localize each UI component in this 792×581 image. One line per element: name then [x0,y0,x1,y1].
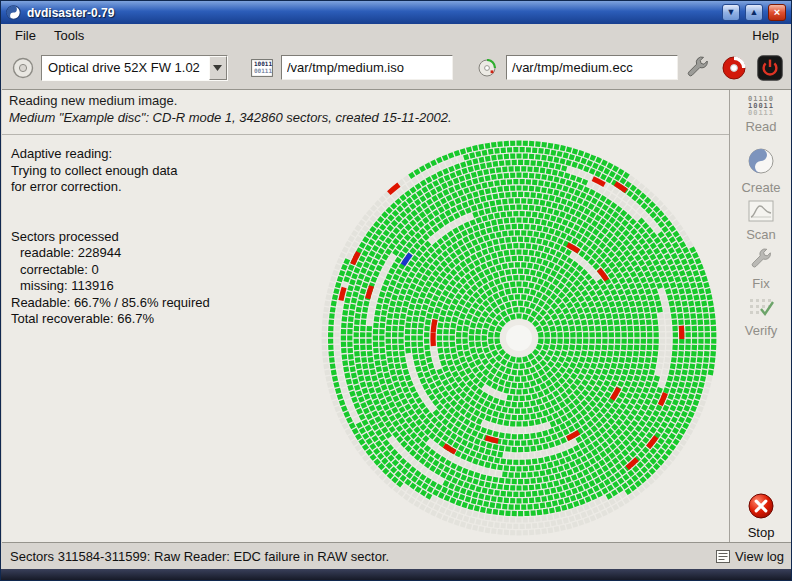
menubar: File Tools Help [2,24,792,46]
drive-select[interactable]: Optical drive 52X FW 1.02 [41,55,228,81]
scan-chart-icon [748,200,774,225]
stop-button-label: Stop [748,525,775,540]
svg-text:10011: 10011 [254,60,272,67]
close-button[interactable]: × [768,4,786,21]
yin-yang-icon [747,147,775,178]
iso-path-input[interactable] [281,55,453,80]
fix-button[interactable]: Fix [731,248,791,291]
stop-button[interactable]: Stop [731,492,791,540]
scan-button-label: Scan [746,227,776,242]
power-icon [757,55,783,81]
drive-icon [10,53,35,83]
titlebar: dvdisaster-0.79 ▼ ▲ × [1,1,791,24]
menu-file[interactable]: File [6,26,45,45]
chevron-down-icon[interactable] [209,56,227,80]
window-bottom-frame [1,569,792,581]
create-button[interactable]: Create [731,147,791,195]
iso-image-icon: 10011 00111 [250,53,275,83]
menu-tools[interactable]: Tools [45,26,93,45]
info-line: correctable: 0 [11,262,210,279]
drive-select-value: Optical drive 52X FW 1.02 [42,60,209,75]
ecc-path-input[interactable] [506,55,678,80]
reading-info-panel: Adaptive reading: Trying to collect enou… [11,146,210,328]
info-line: Adaptive reading: [11,146,210,163]
scan-button[interactable]: Scan [731,200,791,242]
preferences-button[interactable] [684,53,712,83]
toolbar: Optical drive 52X FW 1.02 10011 00111 [2,46,792,90]
dvdisaster-logo-button[interactable] [720,53,748,83]
log-icon [716,550,730,563]
menu-help[interactable]: Help [743,26,788,45]
maximize-button[interactable]: ▲ [745,4,763,21]
wrench-icon [686,56,710,80]
quit-button[interactable] [756,53,784,83]
create-button-label: Create [741,180,780,195]
view-log-button[interactable]: View log [716,549,784,564]
info-line: for error correction. [11,179,210,196]
status-headline: Reading new medium image. [9,93,177,108]
info-line: Total recoverable: 66.7% [11,311,210,328]
header-separator [2,134,729,135]
info-line: readable: 228944 [11,245,210,262]
info-line: missing: 113916 [11,278,210,295]
info-line: Sectors processed [11,229,210,246]
window-title: dvdisaster-0.79 [27,6,114,20]
reading-spiral [320,139,718,537]
ecc-file-icon [475,53,500,83]
status-message: Sectors 311584-311599: Raw Reader: EDC f… [10,549,389,564]
check-pattern-icon [748,296,774,321]
wrench-icon [750,248,773,274]
read-button[interactable]: 01110 10011 00111 Read [731,96,791,134]
fix-button-label: Fix [752,276,769,291]
app-window: dvdisaster-0.79 ▼ ▲ × File Tools Help Op… [0,0,792,581]
verify-button-label: Verify [745,323,778,338]
app-icon [6,5,21,20]
read-button-label: Read [745,119,776,134]
medium-description: Medium "Example disc": CD-R mode 1, 3428… [9,110,452,125]
info-line: Trying to collect enough data [11,163,210,180]
read-binary-icon: 01110 10011 00111 [748,96,774,117]
stop-icon [747,492,775,523]
svg-text:00111: 00111 [254,67,272,74]
verify-button[interactable]: Verify [731,296,791,338]
view-log-label: View log [735,549,784,564]
minimize-button[interactable]: ▼ [722,4,740,21]
sidebar-separator [729,90,730,542]
info-line: Readable: 66.7% / 85.6% required [11,295,210,312]
statusbar: Sectors 311584-311599: Raw Reader: EDC f… [2,542,792,569]
disc-logo-icon [721,55,747,81]
